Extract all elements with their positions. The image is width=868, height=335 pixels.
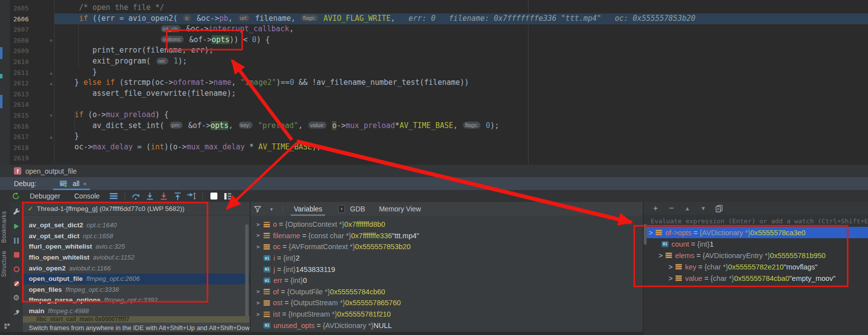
white-square-icon[interactable]	[209, 191, 219, 201]
code-line[interactable]: print_error(filename, err);	[57, 46, 213, 57]
code-line[interactable]: options: &of->opts)) < 0) {	[57, 35, 270, 46]
line-number[interactable]: 2609	[10, 46, 29, 56]
variable-row[interactable]: >ost={OutputStream *} 0x555557865760	[251, 297, 643, 309]
line-number[interactable]: 2608	[10, 35, 29, 46]
variable-row[interactable]: 01j={int} 1453833119	[251, 264, 643, 275]
variable-row[interactable]: 01i={int} 2	[251, 253, 643, 264]
stack-frame-row[interactable]: av_opt_set_dictopt.c:1658	[23, 231, 250, 242]
watches-scrollbar[interactable]	[644, 224, 647, 245]
debug-session-tab-all[interactable]: all ×	[53, 177, 90, 190]
code-line[interactable]: if ((err = avio_open2( s: &oc->pb, url: …	[57, 14, 695, 25]
fold-marker-icon[interactable]: ▵	[48, 132, 55, 142]
line-number[interactable]: 2613	[10, 89, 29, 99]
force-step-into-icon[interactable]	[159, 191, 169, 201]
fold-marker-icon[interactable]: ▿	[48, 110, 55, 121]
filter-dropdown-icon[interactable]: ▾	[267, 204, 276, 214]
variable-row[interactable]: >oc={AVFormatContext *} 0x555557853b20	[251, 241, 643, 253]
settings-wrench-icon[interactable]	[11, 207, 21, 217]
frames-scrollbar[interactable]	[245, 224, 249, 319]
variable-row[interactable]: 01err={int} 0	[251, 275, 643, 286]
expander-icon[interactable]: >	[668, 274, 672, 282]
variable-row[interactable]: >ist={InputStream *} 0x55555781f210	[251, 309, 643, 320]
stack-frame-row[interactable]: av_opt_set_dict2opt.c:1640	[23, 220, 250, 231]
breadcrumb-function-name[interactable]: open_output_file	[25, 167, 77, 175]
tab-variables[interactable]: Variables	[291, 202, 325, 216]
expander-icon[interactable]: >	[256, 232, 261, 239]
line-number[interactable]: 2619	[10, 153, 29, 163]
line-number[interactable]: 2614	[10, 99, 29, 110]
evaluate-expression-input[interactable]: Evaluate expression (Enter) or add a wat…	[651, 217, 868, 225]
code-line[interactable]: int_cb: &oc->interrupt_callback,	[57, 24, 294, 35]
variable-row[interactable]: >of={OutputFile *} 0x55555784cb60	[251, 286, 643, 298]
stack-frame-row[interactable]: mainffmpeg.c:4988	[23, 306, 250, 317]
view-breakpoints-icon[interactable]	[11, 265, 21, 274]
tab-memory-view[interactable]: Memory View	[376, 202, 424, 216]
rerun-icon[interactable]	[11, 191, 21, 201]
expander-icon[interactable]: >	[256, 311, 261, 318]
stack-frame-row[interactable]: open_filesffmpeg_opt.c:3338	[23, 284, 250, 295]
stack-frame-row[interactable]: avio_open2aviobuf.c:1166	[23, 263, 250, 273]
settings-gear-icon[interactable]: ⚙	[11, 293, 21, 303]
code-line[interactable]: exit_program( ret: 1);	[57, 57, 187, 67]
line-number[interactable]: 2607	[10, 24, 29, 35]
stack-frame-row[interactable]: ffmpeg_parse_optionsffmpeg_opt.c:3392	[23, 295, 250, 306]
variable-row[interactable]: >o={OptionsContext *} 0x7fffffffd8b0	[251, 219, 643, 230]
code-line[interactable]: /* open the file */	[57, 3, 164, 14]
mute-breakpoints-icon[interactable]	[11, 279, 21, 289]
pause-icon[interactable]	[11, 236, 21, 246]
pin-icon[interactable]	[11, 308, 21, 318]
code-line[interactable]: } else if (strcmp(oc->oformat->name, "im…	[57, 78, 469, 89]
toolwindow-button-bookmarks[interactable]: Bookmarks	[0, 211, 7, 243]
code-line[interactable]: assert_file_overwrite(filename);	[57, 89, 236, 100]
step-out-icon[interactable]	[173, 191, 183, 201]
line-number[interactable]: 2606	[10, 14, 29, 24]
line-number[interactable]: 2610	[10, 57, 29, 67]
filter-icon[interactable]	[253, 204, 263, 214]
remove-watch-icon[interactable]: −	[667, 203, 676, 213]
expander-icon[interactable]: >	[256, 221, 261, 228]
line-number[interactable]: 2616	[10, 121, 29, 132]
watch-row[interactable]: >value={char *} 0x55555784cba0 "empty_mo…	[644, 272, 868, 284]
gdb-console-icon[interactable]: ›	[338, 204, 348, 214]
expander-icon[interactable]: >	[649, 229, 653, 237]
expander-icon[interactable]: >	[668, 263, 672, 271]
restore-layout-icon[interactable]	[109, 191, 119, 201]
line-number[interactable]: 2617	[10, 132, 29, 142]
stack-frame-row-system[interactable]: __libc_start_call_main 0x00007ffff7	[23, 316, 250, 322]
code-line[interactable]: oc->max_delay = (int)(o->mux_max_delay *…	[57, 142, 321, 153]
stack-frame-row[interactable]: open_output_fileffmpeg_opt.c:2606	[23, 273, 250, 284]
stack-frame-row[interactable]: ffio_open_whitelistaviobuf.c:1152	[23, 252, 250, 263]
fold-marker-icon[interactable]: ▵	[48, 67, 55, 78]
fold-marker-icon[interactable]: ▿	[48, 35, 55, 46]
code-line[interactable]: if (o->mux_preload) {	[57, 110, 169, 121]
code-line[interactable]: }	[57, 132, 79, 142]
tab-console[interactable]: Console	[74, 192, 100, 200]
line-number[interactable]: 2605	[10, 3, 29, 13]
duplicate-watch-icon[interactable]	[714, 203, 724, 213]
code-line[interactable]: av_dict_set_int( pm: &of->opts, key: "pr…	[57, 121, 499, 132]
variable-row[interactable]: 01unused_opts={AVDictionary *} NULL	[251, 320, 643, 331]
run-to-cursor-icon[interactable]	[187, 191, 197, 201]
code-line[interactable]: }	[57, 67, 97, 78]
stop-icon[interactable]	[11, 250, 21, 260]
expander-icon[interactable]: >	[659, 252, 663, 260]
watch-row[interactable]: >of->opts={AVDictionary *} 0x5555578ca3e…	[644, 227, 868, 238]
tab-gdb[interactable]: ›GDB	[333, 202, 368, 216]
stack-frame-row[interactable]: ffurl_open_whitelistavio.c:325	[23, 241, 250, 252]
watch-row[interactable]: >elems={AVDictionaryEntry *} 0x55555781b…	[644, 250, 868, 261]
variable-row[interactable]: >filename={const char *} 0x7fffffffe336 …	[251, 230, 643, 242]
expander-icon[interactable]: >	[256, 288, 261, 295]
line-number[interactable]: 2612	[10, 78, 29, 88]
expander-icon[interactable]: >	[256, 244, 261, 250]
line-number[interactable]: 2611	[10, 67, 29, 78]
watch-row[interactable]: >key={char *} 0x55555782e210 "movflags"	[644, 261, 868, 272]
thread-selector[interactable]: ✓ Thread-1-[ffmpeg_g] (0x7ffff6dd77c0 (L…	[23, 202, 250, 215]
line-number[interactable]: 2618	[10, 142, 29, 153]
code-editor[interactable]: 2605260626072608▿260926102611▵2612▵26132…	[0, 0, 868, 165]
move-down-icon[interactable]: ▼	[698, 203, 708, 213]
watch-row[interactable]: 01count={int} 1	[644, 238, 868, 250]
split-view-icon[interactable]	[223, 191, 233, 201]
step-over-icon[interactable]	[131, 191, 141, 201]
toolwindow-button-structure[interactable]: Structure	[0, 251, 7, 277]
resume-icon[interactable]	[11, 221, 21, 231]
